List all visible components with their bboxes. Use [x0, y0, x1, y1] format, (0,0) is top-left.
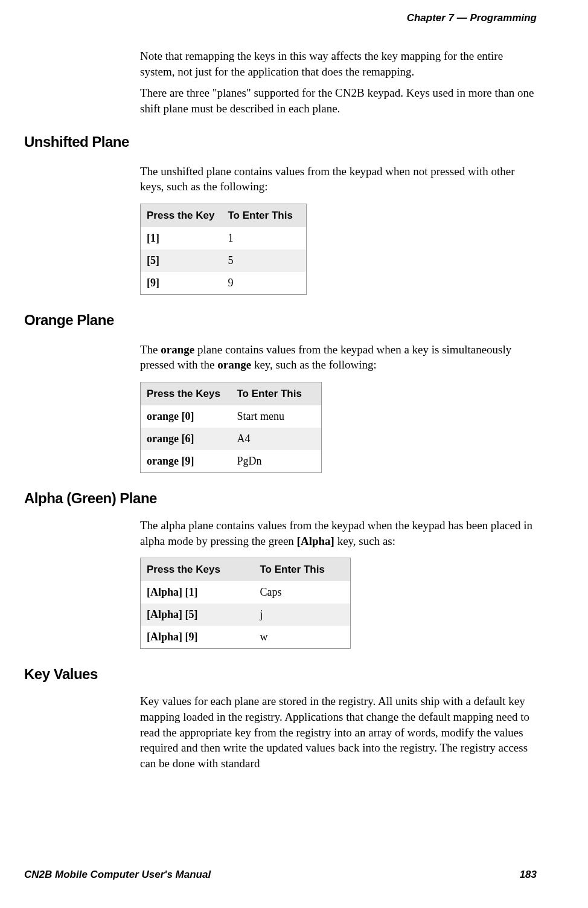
table-header: Press the Key [141, 204, 222, 227]
table-cell: 1 [222, 227, 307, 250]
table-cell: [9] [141, 272, 222, 295]
unshifted-plane-body: The unshifted plane contains values from… [140, 164, 537, 195]
table-cell: 9 [222, 272, 307, 295]
table-cell: orange [0] [141, 405, 231, 428]
table-cell: Start menu [231, 405, 322, 428]
table-cell: w [254, 626, 351, 649]
unshifted-plane-table: Press the Key To Enter This [1] 1 [5] 5 … [140, 204, 307, 295]
table-header: To Enter This [231, 382, 322, 406]
footer-manual-title: CN2B Mobile Computer User's Manual [24, 869, 211, 881]
orange-plane-heading: Orange Plane [24, 312, 537, 329]
table-header: Press the Keys [141, 382, 231, 406]
table-cell: orange [6] [141, 428, 231, 450]
table-cell: [Alpha] [9] [141, 626, 254, 649]
table-cell: PgDn [231, 450, 322, 473]
table-cell: orange [9] [141, 450, 231, 473]
unshifted-plane-heading: Unshifted Plane [24, 134, 537, 150]
table-cell: A4 [231, 428, 322, 450]
alpha-plane-heading: Alpha (Green) Plane [24, 490, 537, 507]
orange-plane-table: Press the Keys To Enter This orange [0] … [140, 382, 322, 473]
table-cell: [5] [141, 250, 222, 272]
page-footer: CN2B Mobile Computer User's Manual 183 [24, 869, 537, 881]
table-header: To Enter This [254, 558, 351, 582]
orange-plane-body: The orange plane contains values from th… [140, 342, 537, 373]
key-values-body: Key values for each plane are stored in … [140, 694, 537, 771]
intro-paragraph-2: There are three "planes" supported for t… [140, 85, 537, 116]
table-cell: Caps [254, 581, 351, 604]
table-cell: [Alpha] [1] [141, 581, 254, 604]
key-values-heading: Key Values [24, 666, 537, 683]
alpha-plane-table: Press the Keys To Enter This [Alpha] [1]… [140, 558, 351, 649]
table-cell: j [254, 604, 351, 626]
table-header: To Enter This [222, 204, 307, 227]
footer-page-number: 183 [520, 869, 537, 881]
table-cell: [Alpha] [5] [141, 604, 254, 626]
table-cell: 5 [222, 250, 307, 272]
table-header: Press the Keys [141, 558, 254, 582]
alpha-plane-body: The alpha plane contains values from the… [140, 518, 537, 549]
table-cell: [1] [141, 227, 222, 250]
page-header: Chapter 7 — Programming [24, 12, 537, 24]
intro-paragraph-1: Note that remapping the keys in this way… [140, 48, 537, 79]
